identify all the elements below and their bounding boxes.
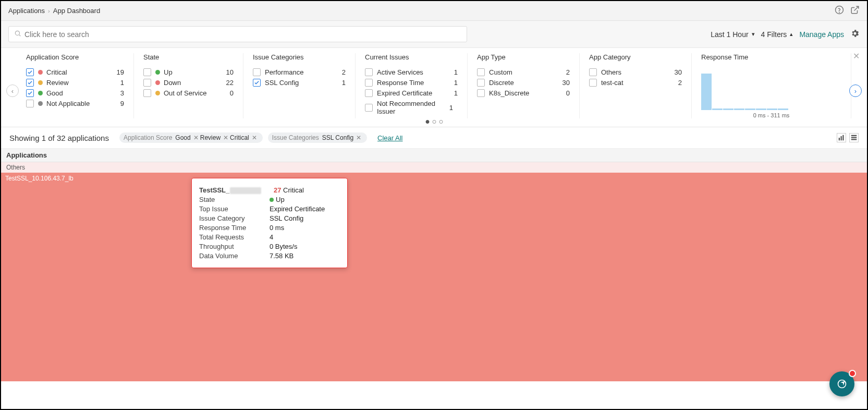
filter-item[interactable]: Performance2 [253,68,346,76]
checkbox[interactable] [26,68,34,76]
filter-item-count: 1 [444,79,458,87]
remove-filter-button[interactable]: ✕ [252,134,257,141]
help-icon[interactable] [835,5,844,16]
clear-all-filters-link[interactable]: Clear All [377,134,402,142]
breadcrumb-root[interactable]: Applications [8,7,45,15]
filter-item-count: 30 [668,68,682,76]
manage-apps-link[interactable]: Manage Apps [799,30,844,39]
filter-item-label: test-cat [601,79,668,87]
checkbox[interactable] [26,79,34,87]
tooltip-key: Throughput [199,243,270,250]
redacted-text [230,187,261,194]
histogram-bar [767,108,777,110]
histogram-bar [723,108,733,110]
checkbox[interactable] [253,68,261,76]
checkbox[interactable] [26,100,34,107]
checkbox[interactable] [589,68,597,76]
page-dot[interactable] [425,120,429,124]
search-input-wrapper[interactable] [8,26,467,42]
histogram-bar [712,108,723,110]
filter-item[interactable]: K8s_Discrete0 [477,89,570,97]
svg-point-1 [839,12,840,13]
checkbox[interactable] [365,79,373,87]
status-dot-icon [270,198,274,202]
page-dot[interactable] [439,120,443,124]
filter-item-count: 1 [111,79,124,87]
filter-item[interactable]: test-cat2 [589,79,682,87]
filter-item-count: 30 [556,79,570,87]
filters-toggle[interactable]: 4 Filters ▴ [761,30,793,39]
filter-item[interactable]: Response Time1 [365,79,458,87]
tooltip-key: Issue Category [199,214,270,222]
table-view-button[interactable] [849,133,859,142]
search-input[interactable] [25,30,461,39]
pill-label: Application Score [124,134,172,141]
svg-rect-6 [851,135,857,136]
chart-view-button[interactable] [837,133,846,142]
filter-item[interactable]: Review1 [26,79,124,87]
filter-page-dots [425,120,443,124]
checkbox[interactable] [143,68,151,76]
pill-value: Review [200,134,221,141]
filter-item[interactable]: Down22 [143,79,234,87]
filter-group-title: Response Time [701,53,841,61]
filter-item-label: Good [46,89,111,97]
remove-filter-button[interactable]: ✕ [223,134,228,141]
filter-item[interactable]: Others30 [589,68,682,76]
tooltip-value: Up [276,196,285,203]
checkbox[interactable] [143,79,151,87]
filter-item[interactable]: Out of Service0 [143,89,234,97]
checkbox[interactable] [365,68,373,76]
filter-item[interactable]: SSL Config1 [253,79,346,87]
checkbox[interactable] [477,68,485,76]
filter-item-label: Not Applicable [46,100,111,107]
remove-filter-button[interactable]: ✕ [193,134,199,141]
response-time-histogram[interactable] [701,68,841,110]
filter-item[interactable]: Discrete30 [477,79,570,87]
checkbox[interactable] [589,79,597,87]
filter-group-app-type: App Type Custom2 Discrete30 K8s_Discrete… [468,53,580,118]
external-link-icon[interactable] [850,5,860,16]
filter-item[interactable]: Up10 [143,68,234,76]
checkbox[interactable] [365,104,373,112]
breadcrumb-page: App Dashboard [53,7,100,15]
filter-group-current-issues: Current Issues Active Services1 Response… [356,53,468,118]
filter-group-state: State Up10 Down22 Out of Service0 [134,53,243,118]
filter-item[interactable]: Good3 [26,89,124,97]
filter-item[interactable]: Not Recommended Issuer1 [365,100,458,115]
filter-item-label: Performance [265,68,332,76]
remove-filter-button[interactable]: ✕ [356,134,361,141]
filter-item[interactable]: Custom2 [477,68,570,76]
treemap-tile[interactable]: TestSSL_10.106.43.7_lb TestSSL_ 27 Criti… [1,173,867,381]
status-dot-icon [155,70,160,75]
filter-item[interactable]: Expired Certificate1 [365,89,458,97]
active-filter-pill: Issue Categories SSL Config✕ [268,132,367,143]
filter-item-label: Out of Service [164,89,220,97]
checkbox[interactable] [477,89,485,97]
page-dot[interactable] [432,120,436,124]
checkbox[interactable] [26,89,34,97]
filter-item-label: Critical [46,68,111,76]
time-range-picker[interactable]: Last 1 Hour ▾ [711,30,754,39]
filter-group-response-time: Response Time 0 ms - 311 ms [692,53,851,118]
active-filter-pill: Application Score Good✕ Review✕ Critical… [119,132,263,143]
filter-item-count: 0 [556,89,570,97]
histogram-bar [734,108,744,110]
checkbox[interactable] [253,79,261,87]
checkbox[interactable] [143,89,151,97]
filter-group-app-category: App Category Others30 test-cat2 [580,53,692,118]
checkbox[interactable] [477,79,485,87]
filter-page-prev-button[interactable]: ‹ [6,85,19,97]
close-filter-panel-button[interactable]: ✕ [853,51,860,61]
pill-value: Good [175,134,190,141]
filter-item[interactable]: Critical19 [26,68,124,76]
feedback-fab-button[interactable] [829,371,854,396]
filter-item-label: Custom [489,68,556,76]
checkbox[interactable] [365,89,373,97]
filter-page-next-button[interactable]: › [849,85,862,97]
chevron-down-icon: ▾ [752,31,755,38]
filter-item[interactable]: Not Applicable9 [26,100,124,107]
settings-button[interactable] [850,29,860,40]
filter-item[interactable]: Active Services1 [365,68,458,76]
svg-rect-4 [841,136,842,140]
